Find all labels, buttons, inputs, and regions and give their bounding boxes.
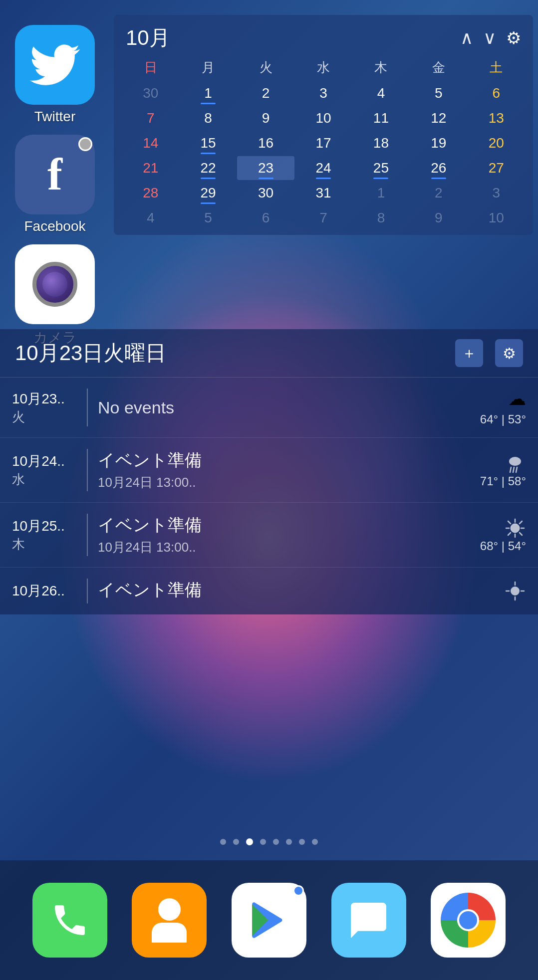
schedule-add-button[interactable]: ＋ (455, 339, 483, 367)
calendar-weeks: 30 1 2 3 4 5 6 7 8 9 10 11 12 13 14 15 (122, 81, 525, 230)
cal-cell[interactable]: 4 (352, 81, 410, 105)
cal-cell[interactable]: 8 (352, 206, 410, 230)
cal-cell[interactable]: 26 (410, 156, 467, 180)
cal-cell[interactable]: 20 (468, 131, 525, 155)
cal-cell[interactable]: 18 (352, 131, 410, 155)
schedule-weather: 71° | 58° (456, 449, 526, 491)
cal-cell[interactable]: 3 (468, 181, 525, 205)
app-icons-column: Twitter f Facebook カメラ (0, 15, 110, 357)
svg-point-0 (509, 457, 521, 466)
schedule-item-oct23[interactable]: 10月23.. 火 No events ☁ 64° | 53° (0, 378, 538, 438)
cal-cell[interactable]: 2 (410, 181, 467, 205)
schedule-date-main: 10月25.. (12, 517, 65, 536)
cal-cell[interactable]: 22 (179, 156, 237, 180)
page-dot-3-active[interactable] (246, 838, 253, 845)
page-dot-4[interactable] (260, 839, 266, 845)
schedule-item-oct25[interactable]: 10月25.. 木 イベント準備 10月24日 13:00.. (0, 503, 538, 568)
cal-cell[interactable]: 2 (237, 81, 294, 105)
cal-cell[interactable]: 25 (352, 156, 410, 180)
schedule-date-main: 10月26.. (12, 582, 65, 600)
cloud-weather-icon: ☁ (508, 389, 526, 409)
cal-cell[interactable]: 10 (468, 206, 525, 230)
cal-cell[interactable]: 7 (294, 206, 352, 230)
page-dot-8[interactable] (312, 839, 318, 845)
facebook-notification-badge (78, 137, 92, 151)
cal-cell[interactable]: 9 (237, 106, 294, 130)
calendar-nav: ∧ ∨ ⚙ (460, 27, 521, 48)
schedule-settings-button[interactable]: ⚙ (495, 339, 523, 367)
schedule-item-oct26[interactable]: 10月26.. イベント準備 (0, 568, 538, 614)
day-label-mon: 月 (179, 57, 237, 78)
cal-cell[interactable]: 21 (122, 156, 179, 180)
cal-cell[interactable]: 3 (294, 81, 352, 105)
cal-cell[interactable]: 5 (410, 81, 467, 105)
schedule-divider (87, 514, 88, 556)
cal-cell[interactable]: 5 (179, 206, 237, 230)
dock-chrome-button[interactable] (431, 883, 506, 958)
cal-cell[interactable]: 27 (468, 156, 525, 180)
cal-cell[interactable]: 6 (237, 206, 294, 230)
cal-cell[interactable]: 19 (410, 131, 467, 155)
cal-cell[interactable]: 1 (179, 81, 237, 105)
sun-weather-icon (504, 517, 526, 539)
calendar-header: 10月 ∧ ∨ ⚙ (114, 15, 533, 57)
schedule-content: イベント準備 (98, 579, 456, 603)
cal-cell[interactable]: 15 (179, 131, 237, 155)
cal-cell[interactable]: 9 (410, 206, 467, 230)
cal-week-1: 30 1 2 3 4 5 6 (122, 81, 525, 105)
dock-contacts-button[interactable] (132, 883, 207, 958)
schedule-date-col: 10月23.. 火 (12, 389, 77, 426)
cal-cell[interactable]: 24 (294, 156, 352, 180)
cal-cell[interactable]: 29 (179, 181, 237, 205)
cal-cell-selected[interactable]: 23 (237, 156, 294, 180)
camera-icon-bg (15, 244, 95, 324)
page-dot-1[interactable] (220, 839, 226, 845)
page-dot-5[interactable] (273, 839, 279, 845)
cal-cell[interactable]: 16 (237, 131, 294, 155)
cal-cell[interactable]: 30 (237, 181, 294, 205)
cal-cell[interactable]: 1 (352, 181, 410, 205)
play-store-icon (247, 898, 291, 943)
cal-cell[interactable]: 7 (122, 106, 179, 130)
schedule-divider (87, 579, 88, 603)
twitter-app[interactable]: Twitter (15, 25, 95, 125)
play-store-badge (293, 885, 304, 896)
calendar-settings-btn[interactable]: ⚙ (506, 28, 521, 48)
cal-cell[interactable]: 4 (122, 206, 179, 230)
schedule-item-oct24[interactable]: 10月24.. 水 イベント準備 10月24日 13:00.. 71° | 58… (0, 438, 538, 503)
cal-cell[interactable]: 30 (122, 81, 179, 105)
cal-cell[interactable]: 17 (294, 131, 352, 155)
schedule-event-time: 10月24日 13:00.. (98, 539, 456, 556)
chrome-icon (441, 893, 496, 948)
day-label-fri: 金 (410, 57, 467, 78)
cal-cell[interactable]: 10 (294, 106, 352, 130)
day-label-sun: 日 (122, 57, 179, 78)
page-dot-2[interactable] (233, 839, 239, 845)
calendar-prev-btn[interactable]: ∧ (460, 27, 473, 48)
schedule-header: 10月23日火曜日 ＋ ⚙ (0, 329, 538, 377)
schedule-date-main: 10月23.. (12, 390, 65, 408)
page-dot-7[interactable] (299, 839, 305, 845)
cal-cell[interactable]: 14 (122, 131, 179, 155)
cal-cell[interactable]: 6 (468, 81, 525, 105)
cal-cell[interactable]: 8 (179, 106, 237, 130)
cal-cell[interactable]: 12 (410, 106, 467, 130)
cal-cell[interactable]: 28 (122, 181, 179, 205)
dock-play-button[interactable] (232, 883, 306, 958)
day-label-thu: 木 (352, 57, 410, 78)
dock-messages-button[interactable] (331, 883, 406, 958)
calendar-next-btn[interactable]: ∨ (483, 27, 496, 48)
svg-line-12 (508, 533, 511, 535)
svg-point-4 (511, 524, 520, 533)
page-dot-6[interactable] (286, 839, 292, 845)
cal-cell[interactable]: 11 (352, 106, 410, 130)
page-dots (0, 838, 538, 845)
cal-week-5: 28 29 30 31 1 2 3 (122, 181, 525, 205)
cal-cell[interactable]: 13 (468, 106, 525, 130)
dock-phone-button[interactable] (32, 883, 107, 958)
facebook-app[interactable]: f Facebook (15, 135, 95, 234)
cal-cell[interactable]: 31 (294, 181, 352, 205)
schedule-weather: ☁ 64° | 53° (456, 389, 526, 426)
schedule-weather (456, 579, 526, 603)
person-head (158, 898, 181, 921)
